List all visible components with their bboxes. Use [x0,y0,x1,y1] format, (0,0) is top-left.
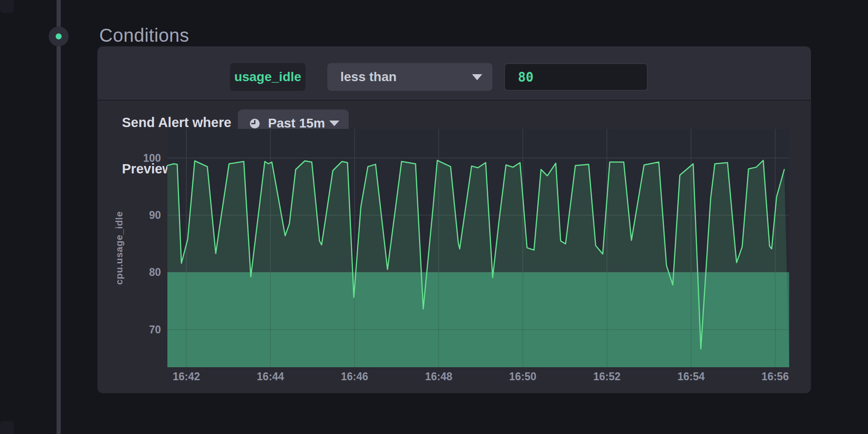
condition-row: Send Alert where usage_idle is less than [97,46,811,101]
chevron-down-icon [472,74,482,80]
timeline-node-dot-icon [56,33,62,39]
time-range-value: Past 15m [268,116,325,131]
background-corner-tile [0,0,14,13]
section-heading: Conditions [99,25,189,46]
preview-data-from-label: Preview Data from [122,161,239,177]
time-range-dropdown[interactable]: Past 15m [238,109,349,137]
operator-dropdown[interactable]: less than [327,63,492,91]
send-alert-where-label: Send Alert where [122,115,231,130]
operator-dropdown-value: less than [340,70,396,84]
y-axis-title: cpu.usage_idle [114,211,125,285]
background-corner-tile [0,421,14,434]
clock-icon [250,119,260,128]
threshold-value-input[interactable] [504,63,648,91]
chevron-down-icon [329,121,339,126]
timeline-rail [57,0,61,434]
conditions-panel: Send Alert where usage_idle is less than… [97,46,811,393]
timeline-node [49,26,69,46]
field-badge[interactable]: usage_idle [230,63,306,91]
